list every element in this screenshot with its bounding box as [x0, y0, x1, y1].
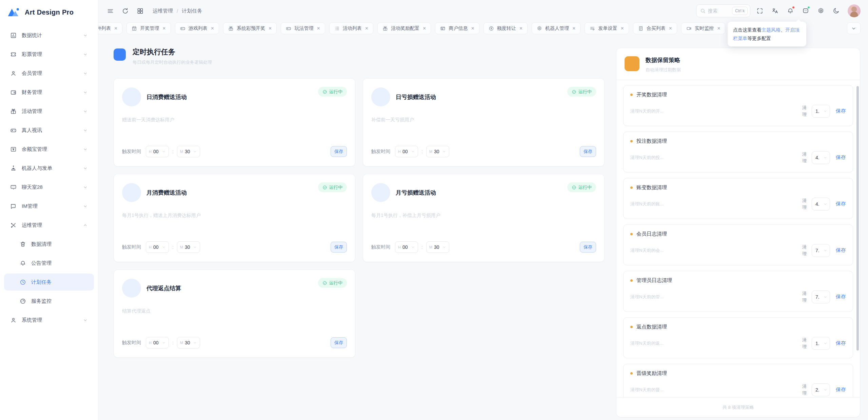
ticket-icon	[10, 51, 17, 58]
tab[interactable]: 种列表×	[98, 22, 122, 34]
close-icon[interactable]: ×	[269, 26, 272, 31]
theme-style-link[interactable]: 主题风格	[762, 27, 781, 33]
scrollbar-thumb[interactable]	[856, 86, 859, 351]
sidebar-item[interactable]: IM管理	[4, 198, 94, 215]
save-button[interactable]: 保存	[331, 146, 347, 157]
retention-days-select[interactable]: 4.	[812, 151, 830, 164]
trigger-time-label: 触发时间	[122, 148, 141, 155]
settings-tooltip: 点击这里查看主题风格、开启顶栏菜单等更多配置	[728, 22, 806, 46]
tab[interactable]: 玩法管理×	[281, 22, 325, 34]
save-button[interactable]: 保存	[580, 242, 596, 253]
bullet-dot	[630, 94, 633, 96]
task-title: 月亏损赠送活动	[371, 183, 596, 197]
tab[interactable]: 系统彩预开奖×	[223, 22, 277, 34]
close-icon[interactable]: ×	[717, 26, 720, 31]
save-button[interactable]: 保存	[580, 146, 596, 157]
tab[interactable]: 游戏列表×	[175, 22, 219, 34]
tab[interactable]: 活动奖励配置×	[377, 22, 431, 34]
close-icon[interactable]: ×	[114, 26, 117, 31]
translate-button[interactable]	[769, 5, 781, 17]
close-icon[interactable]: ×	[317, 26, 320, 31]
gift-icon	[228, 26, 234, 31]
close-icon[interactable]: ×	[471, 26, 474, 31]
sidebar-item[interactable]: 计划任务	[4, 274, 94, 291]
search-box[interactable]: Ctrl k	[696, 4, 750, 17]
minute-select[interactable]: M30	[177, 146, 200, 157]
user-avatar[interactable]	[848, 4, 861, 17]
bell-button[interactable]	[785, 5, 796, 17]
save-link[interactable]: 保存	[836, 154, 846, 161]
tabs-overflow-button[interactable]	[847, 22, 861, 34]
retention-title: 数据保留策略	[646, 56, 681, 64]
sidebar-item[interactable]: 会员管理	[4, 65, 94, 82]
sidebar-item[interactable]: 运维管理	[4, 217, 94, 234]
tab[interactable]: 额度转让×	[484, 22, 528, 34]
sidebar-item[interactable]: 数据统计	[4, 27, 94, 44]
close-icon[interactable]: ×	[572, 26, 575, 31]
check-circle-icon	[322, 185, 327, 190]
menu-icon	[107, 7, 114, 15]
refresh-button[interactable]	[119, 4, 132, 17]
task-controls: 触发时间H00:M30保存	[122, 146, 347, 157]
close-icon[interactable]: ×	[365, 26, 368, 31]
sidebar-item[interactable]: 机器人与发单	[4, 160, 94, 177]
search-input[interactable]	[708, 8, 728, 14]
sidebar-item[interactable]: 真人视讯	[4, 122, 94, 139]
close-icon[interactable]: ×	[519, 26, 522, 31]
close-icon[interactable]: ×	[211, 26, 214, 31]
sidebar-item[interactable]: 公告管理	[4, 255, 94, 272]
sidebar-item[interactable]: 服务监控	[4, 293, 94, 309]
retention-item-description: 清理N天前的管...	[630, 294, 799, 300]
tab[interactable]: 发单设置×	[585, 22, 629, 34]
fullscreen-button[interactable]	[754, 5, 766, 17]
hour-select[interactable]: H00	[146, 146, 169, 157]
close-icon[interactable]: ×	[423, 26, 426, 31]
retention-days-select[interactable]: 4.	[812, 198, 830, 211]
minute-select[interactable]: M30	[177, 241, 200, 253]
hour-select[interactable]: H00	[146, 337, 169, 348]
chat-smile-button[interactable]	[800, 5, 811, 17]
sidebar-item[interactable]: 数据清理	[4, 236, 94, 253]
hour-select[interactable]: H00	[395, 241, 418, 253]
gear-button[interactable]	[815, 5, 827, 17]
apps-grid-button[interactable]	[134, 4, 146, 17]
save-button[interactable]: 保存	[331, 242, 347, 253]
close-icon[interactable]: ×	[162, 26, 165, 31]
sidebar-item[interactable]: 彩票管理	[4, 46, 94, 63]
tab[interactable]: 开奖管理×	[126, 22, 171, 34]
sidebar-item[interactable]: 系统管理	[4, 312, 94, 328]
task-title: 代理返点结算	[122, 279, 347, 292]
save-link[interactable]: 保存	[836, 386, 846, 393]
tab[interactable]: 商户信息×	[435, 22, 479, 34]
minute-select[interactable]: M30	[426, 146, 449, 157]
tab[interactable]: 活动列表×	[329, 22, 373, 34]
app-logo[interactable]: Art Design Pro	[4, 4, 94, 27]
save-button[interactable]: 保存	[331, 337, 347, 348]
hour-select[interactable]: H00	[146, 241, 169, 253]
save-link[interactable]: 保存	[836, 108, 846, 114]
retention-days-select[interactable]: 1.	[812, 105, 830, 118]
close-icon[interactable]: ×	[620, 26, 624, 31]
retention-days-select[interactable]: 7.	[812, 291, 830, 303]
sidebar-item[interactable]: 活动管理	[4, 103, 94, 120]
retention-days-select[interactable]: 1.	[812, 337, 830, 350]
tab[interactable]: 机器人管理×	[532, 22, 580, 34]
minute-select[interactable]: M30	[177, 337, 200, 348]
tab[interactable]: 实时监控×	[681, 22, 725, 34]
robot-icon	[10, 165, 17, 172]
hour-select[interactable]: H00	[395, 146, 418, 157]
minute-select[interactable]: M30	[426, 241, 449, 253]
retention-days-select[interactable]: 2.	[812, 383, 830, 396]
close-icon[interactable]: ×	[669, 26, 672, 31]
sidebar-item[interactable]: 聊天室28	[4, 179, 94, 196]
tab[interactable]: 合买列表×	[633, 22, 677, 34]
menu-toggle-button[interactable]	[104, 4, 117, 17]
save-link[interactable]: 保存	[836, 294, 846, 300]
sidebar-item[interactable]: 财务管理	[4, 84, 94, 101]
retention-days-select[interactable]: 7.	[812, 244, 830, 257]
moon-button[interactable]	[830, 5, 842, 17]
save-link[interactable]: 保存	[836, 247, 846, 254]
save-link[interactable]: 保存	[836, 201, 846, 207]
save-link[interactable]: 保存	[836, 340, 846, 346]
sidebar-item[interactable]: 余额宝管理	[4, 141, 94, 158]
